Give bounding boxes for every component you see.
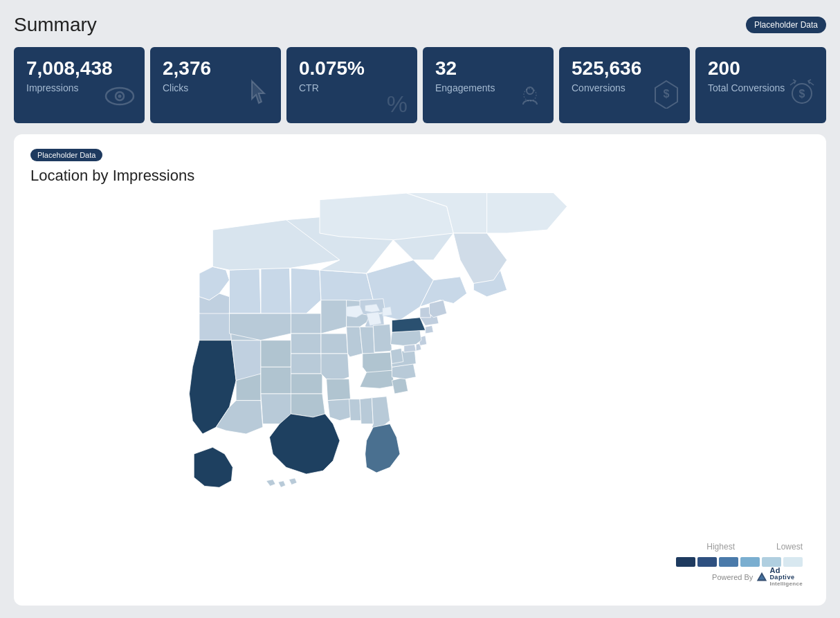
metrics-row: 7,008,438 Impressions 2,376 Clicks 0.075… <box>14 47 826 123</box>
legend-swatch-1 <box>676 557 695 567</box>
legend-swatch-6 <box>783 557 803 567</box>
ctr-icon: % <box>387 91 408 118</box>
legend-swatch-5 <box>762 557 781 567</box>
legend-highest: Highest <box>706 542 735 552</box>
legend-labels: Highest Lowest <box>706 542 803 552</box>
svg-point-3 <box>527 87 533 94</box>
placeholder-badge: Placeholder Data <box>746 17 826 33</box>
total-conversions-icon: $ <box>787 78 816 115</box>
page-title: Summary <box>14 14 97 36</box>
conversions-value: 525,636 <box>572 58 677 80</box>
powered-by: Powered By Ad Daptive Intelligence <box>712 566 803 588</box>
engagements-icon <box>516 81 544 115</box>
metric-card-total-conversions: 200 Total Conversions $ <box>695 47 826 123</box>
svg-point-2 <box>118 95 122 98</box>
impressions-icon <box>104 84 135 115</box>
map-placeholder-badge: Placeholder Data <box>30 149 102 161</box>
adaptive-logo: Ad Daptive Intelligence <box>756 566 803 588</box>
clicks-icon <box>246 78 271 115</box>
metric-card-conversions: 525,636 Conversions $ <box>559 47 690 123</box>
svg-text:$: $ <box>664 88 670 100</box>
total-conversions-value: 200 <box>708 58 814 80</box>
legend-swatch-2 <box>697 557 717 567</box>
clicks-value: 2,376 <box>163 58 268 80</box>
conversions-icon: $ <box>652 78 680 115</box>
map-svg <box>30 193 810 594</box>
legend-swatch-3 <box>719 557 738 567</box>
page-header: Summary Placeholder Data <box>14 14 826 36</box>
legend-swatch-4 <box>740 557 760 567</box>
metric-card-ctr: 0.075% CTR % <box>286 47 417 123</box>
map-title: Location by Impressions <box>30 167 810 185</box>
map-container: Highest Lowest Powered By Ad <box>30 193 810 594</box>
legend-bar <box>676 557 803 567</box>
adaptive-logo-text: Ad Daptive Intelligence <box>769 566 803 588</box>
svg-text:$: $ <box>799 88 805 100</box>
legend-lowest: Lowest <box>776 542 803 552</box>
metric-card-impressions: 7,008,438 Impressions <box>14 47 145 123</box>
adaptive-logo-icon <box>756 571 768 583</box>
map-legend: Highest Lowest <box>676 542 803 567</box>
powered-by-text: Powered By <box>712 573 753 581</box>
impressions-value: 7,008,438 <box>26 58 132 80</box>
ctr-value: 0.075% <box>299 58 405 80</box>
map-section: Placeholder Data Location by Impressions <box>14 134 826 606</box>
engagements-value: 32 <box>435 58 541 80</box>
metric-card-clicks: 2,376 Clicks <box>150 47 281 123</box>
metric-card-engagements: 32 Engagements <box>423 47 554 123</box>
